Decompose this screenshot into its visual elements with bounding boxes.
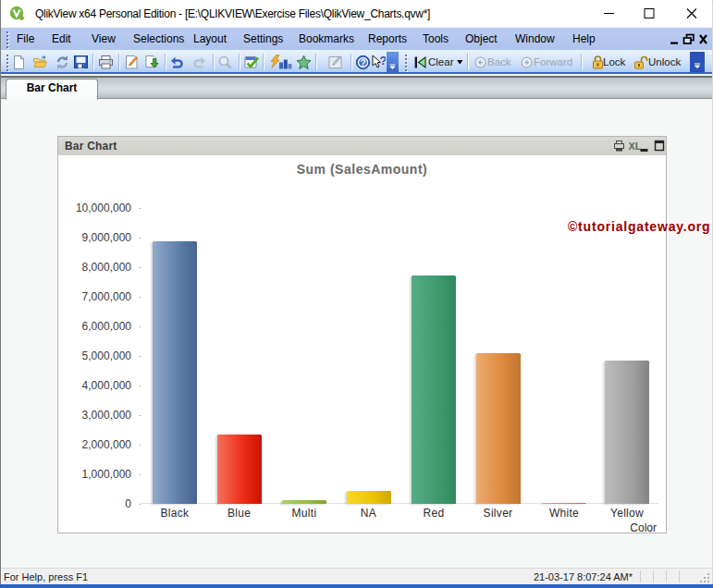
svg-text:?: ? — [360, 58, 365, 68]
svg-text:XL: XL — [629, 141, 642, 152]
svg-text:?: ? — [380, 55, 387, 67]
